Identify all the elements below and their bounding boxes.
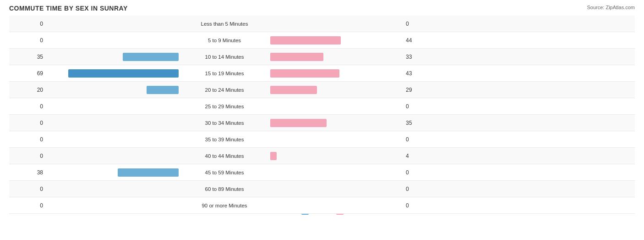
- row-label: 30 to 34 Minutes: [179, 120, 270, 126]
- male-value: 38: [9, 169, 46, 176]
- chart-row: 3845 to 59 Minutes0: [9, 164, 635, 181]
- female-bar: [270, 36, 341, 45]
- female-value: 35: [403, 120, 426, 126]
- female-value: 0: [403, 169, 426, 176]
- chart-row: 0Less than 5 Minutes0: [9, 16, 635, 32]
- female-value: 0: [403, 136, 426, 143]
- female-value: 4: [403, 153, 426, 159]
- chart-row: 025 to 29 Minutes0: [9, 98, 635, 115]
- chart-area: 0Less than 5 Minutes005 to 9 Minutes4435…: [9, 16, 635, 205]
- chart-row: 030 to 34 Minutes35: [9, 115, 635, 131]
- row-label: 90 or more Minutes: [179, 203, 270, 208]
- male-value: 0: [9, 153, 46, 159]
- male-value: 0: [9, 202, 46, 209]
- female-value: 0: [403, 21, 426, 27]
- male-bar-area: [46, 168, 179, 177]
- male-bar: [123, 53, 179, 61]
- male-bar: [147, 86, 179, 94]
- male-value: 0: [9, 186, 46, 192]
- male-bar-area: [46, 53, 179, 61]
- chart-title: COMMUTE TIME BY SEX IN SUNRAY: [9, 5, 635, 12]
- male-value: 20: [9, 87, 46, 93]
- row-label: 40 to 44 Minutes: [179, 153, 270, 159]
- female-value: 0: [403, 103, 426, 110]
- male-bar-area: [46, 69, 179, 78]
- row-label: 10 to 14 Minutes: [179, 54, 270, 60]
- chart-row: 3510 to 14 Minutes33: [9, 49, 635, 65]
- row-label: 15 to 19 Minutes: [179, 71, 270, 76]
- male-bar-area: [46, 86, 179, 94]
- row-label: 45 to 59 Minutes: [179, 170, 270, 175]
- chart-row: 090 or more Minutes0: [9, 197, 635, 214]
- female-value: 43: [403, 70, 426, 77]
- row-label: 20 to 24 Minutes: [179, 87, 270, 93]
- female-bar: [270, 86, 317, 94]
- female-bar-area: [270, 86, 403, 94]
- female-bar-area: [270, 119, 403, 127]
- source-label: Source: ZipAtlas.com: [587, 5, 635, 10]
- female-bar-area: [270, 36, 403, 45]
- chart-row: 6915 to 19 Minutes43: [9, 65, 635, 82]
- male-value: 0: [9, 103, 46, 110]
- row-label: 5 to 9 Minutes: [179, 38, 270, 43]
- female-bar: [270, 53, 323, 61]
- male-bar: [118, 168, 179, 177]
- female-bar: [270, 69, 339, 78]
- chart-container: COMMUTE TIME BY SEX IN SUNRAY Source: Zi…: [0, 0, 644, 240]
- female-bar-area: [270, 152, 403, 160]
- chart-row: 035 to 39 Minutes0: [9, 131, 635, 148]
- male-value: 0: [9, 21, 46, 27]
- female-bar: [270, 152, 277, 160]
- female-bar: [270, 119, 327, 127]
- chart-row: 05 to 9 Minutes44: [9, 32, 635, 49]
- female-value: 0: [403, 202, 426, 209]
- chart-row: 040 to 44 Minutes4: [9, 148, 635, 164]
- female-value: 29: [403, 87, 426, 93]
- row-label: 35 to 39 Minutes: [179, 137, 270, 142]
- male-value: 0: [9, 37, 46, 44]
- row-label: Less than 5 Minutes: [179, 21, 270, 27]
- female-value: 0: [403, 186, 426, 192]
- chart-row: 2020 to 24 Minutes29: [9, 82, 635, 98]
- female-value: 33: [403, 54, 426, 60]
- female-bar-area: [270, 69, 403, 78]
- male-value: 0: [9, 136, 46, 143]
- male-value: 69: [9, 70, 46, 77]
- male-value: 0: [9, 120, 46, 126]
- female-bar-area: [270, 53, 403, 61]
- row-label: 25 to 29 Minutes: [179, 104, 270, 109]
- male-value: 35: [9, 54, 46, 60]
- chart-row: 060 to 89 Minutes0: [9, 181, 635, 197]
- row-label: 60 to 89 Minutes: [179, 186, 270, 192]
- female-value: 44: [403, 37, 426, 44]
- male-bar: [68, 69, 179, 78]
